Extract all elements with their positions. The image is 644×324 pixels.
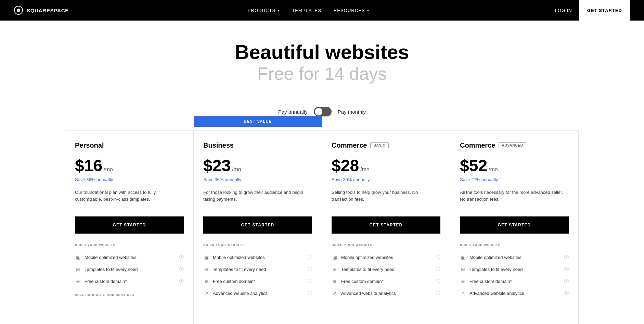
feature-label: Mobile optimized websites [469, 255, 521, 260]
chart-icon: ↗ [332, 290, 338, 296]
feature-item: ⊞ Templates to fit every need ⓘ [203, 263, 312, 275]
price-mo-personal: /mo [104, 166, 113, 173]
plan-commerce-basic: Commerce BASIC $28 /mo Save 30% annually… [322, 130, 450, 324]
plan-name-personal: Personal [75, 141, 184, 149]
price-amount-commerce-basic: $28 [332, 156, 359, 175]
logo-icon [14, 5, 23, 15]
feature-item: ⊕ Free custom domain* ⓘ [332, 275, 440, 287]
feature-section-business: BUILD YOUR WEBSITE [203, 243, 312, 247]
grid-icon: ⊞ [332, 266, 338, 272]
logo[interactable]: SQUARESPACE [14, 5, 69, 15]
get-started-personal[interactable]: GET STARTED [75, 216, 184, 234]
feature-item: ▣ Mobile optimized websites ⓘ [75, 251, 184, 263]
info-icon[interactable]: ⓘ [308, 278, 312, 284]
feature-item: ▣ Mobile optimized websites ⓘ [203, 251, 312, 263]
feature-item: ⊞ Templates to fit every need ⓘ [75, 263, 184, 275]
nav-products[interactable]: PRODUCTS ▾ [248, 8, 280, 13]
login-link[interactable]: LOG IN [548, 8, 579, 13]
nav-resources[interactable]: RESOURCES ▾ [334, 8, 369, 13]
info-icon[interactable]: ⓘ [179, 266, 184, 272]
get-started-commerce-advanced[interactable]: GET STARTED [460, 216, 569, 234]
feature-list-commerce-basic: ▣ Mobile optimized websites ⓘ ⊞ Template… [332, 251, 440, 299]
annual-label: Pay annually [278, 109, 308, 115]
nav-resources-label: RESOURCES [334, 8, 365, 13]
hero-section: Beautiful websites Free for 14 days [0, 21, 644, 95]
get-started-business[interactable]: GET STARTED [203, 216, 312, 234]
globe-icon: ⊕ [203, 278, 209, 284]
plan-save-business: Save 36% annually [203, 177, 312, 182]
info-icon[interactable]: ⓘ [179, 254, 184, 260]
info-icon[interactable]: ⓘ [308, 290, 312, 296]
feature-label: Mobile optimized websites [213, 255, 265, 260]
svg-point-1 [17, 9, 20, 12]
get-started-nav-button[interactable]: GET STARTED [579, 0, 630, 21]
info-icon[interactable]: ⓘ [179, 278, 184, 284]
feature-label: Free custom domain* [85, 279, 127, 284]
price-mo-commerce-advanced: /mo [489, 166, 498, 173]
price-amount-business: $23 [203, 156, 231, 175]
feature-item: ⊕ Free custom domain* ⓘ [460, 275, 569, 287]
nav-templates-label: TEMPLATES [292, 8, 321, 13]
feature-section-personal: BUILD YOUR WEBSITE [75, 243, 184, 247]
chart-icon: ↗ [203, 290, 209, 296]
info-icon[interactable]: ⓘ [436, 278, 440, 284]
feature-list-personal: ▣ Mobile optimized websites ⓘ ⊞ Template… [75, 251, 184, 287]
feature-item: ↗ Advanced website analytics ⓘ [460, 287, 569, 299]
plan-badge-basic: BASIC [370, 142, 388, 148]
info-icon[interactable]: ⓘ [436, 254, 440, 260]
chevron-down-icon: ▾ [367, 9, 369, 12]
info-icon[interactable]: ⓘ [564, 254, 569, 260]
feature-item: ⊞ Templates to fit every need ⓘ [332, 263, 440, 275]
plan-save-commerce-basic: Save 30% annually [332, 177, 440, 182]
plan-save-commerce-advanced: Save 27% annually [460, 177, 569, 182]
toggle-thumb [315, 108, 322, 115]
sell-section-personal: SELL PRODUCTS AND SERVICES [75, 293, 184, 297]
feature-section-commerce-advanced: BUILD YOUR WEBSITE [460, 243, 569, 247]
info-icon[interactable]: ⓘ [564, 290, 569, 296]
desktop-icon: ▣ [460, 254, 466, 260]
plan-name-business: Business [203, 141, 312, 149]
plan-desc-commerce-basic: Selling tools to help grow your business… [332, 189, 440, 208]
nav-products-label: PRODUCTS [248, 8, 275, 13]
feature-label: Free custom domain* [341, 279, 384, 284]
nav-actions: LOG IN GET STARTED [548, 0, 630, 21]
get-started-commerce-basic[interactable]: GET STARTED [332, 216, 440, 234]
feature-item: ⊞ Templates to fit every need ⓘ [460, 263, 569, 275]
monthly-label: Pay monthly [338, 109, 366, 115]
grid-icon: ⊞ [460, 266, 466, 272]
navbar: SQUARESPACE PRODUCTS ▾ TEMPLATES RESOURC… [0, 0, 644, 21]
feature-item: ↗ Advanced website analytics ⓘ [203, 287, 312, 299]
feature-label: Free custom domain* [213, 279, 255, 284]
pricing-grid: BEST VALUE Personal $16 /mo Save 36% ann… [65, 130, 579, 324]
price-amount-commerce-advanced: $52 [460, 156, 487, 175]
price-mo-business: /mo [232, 166, 241, 173]
plan-desc-personal: Our foundational plan with access to ful… [75, 189, 184, 208]
info-icon[interactable]: ⓘ [436, 266, 440, 272]
desktop-icon: ▣ [75, 254, 81, 260]
nav-templates[interactable]: TEMPLATES [292, 8, 321, 13]
feature-item: ▣ Mobile optimized websites ⓘ [460, 251, 569, 263]
globe-icon: ⊕ [460, 278, 466, 284]
grid-icon: ⊞ [75, 266, 81, 272]
info-icon[interactable]: ⓘ [436, 290, 440, 296]
desktop-icon: ▣ [332, 254, 338, 260]
price-mo-commerce-basic: /mo [360, 166, 370, 173]
feature-label: Advanced website analytics [469, 291, 524, 296]
info-icon[interactable]: ⓘ [308, 266, 312, 272]
feature-label: Advanced website analytics [341, 291, 396, 296]
info-icon[interactable]: ⓘ [308, 254, 312, 260]
plan-name-commerce-advanced: Commerce ADVANCED [460, 141, 569, 149]
billing-toggle[interactable] [314, 107, 332, 116]
best-value-banner: BEST VALUE [194, 116, 322, 127]
chevron-down-icon: ▾ [278, 9, 280, 12]
info-icon[interactable]: ⓘ [564, 278, 569, 284]
feature-label: Templates to fit every need [85, 267, 138, 272]
grid-icon: ⊞ [203, 266, 209, 272]
plan-commerce-advanced: Commerce ADVANCED $52 /mo Save 27% annua… [450, 130, 579, 324]
plan-desc-business: For those looking to grow their audience… [203, 189, 312, 208]
feature-label: Free custom domain* [469, 279, 512, 284]
info-icon[interactable]: ⓘ [564, 266, 569, 272]
feature-list-commerce-advanced: ▣ Mobile optimized websites ⓘ ⊞ Template… [460, 251, 569, 299]
hero-title: Beautiful websites [7, 41, 637, 63]
logo-text: SQUARESPACE [27, 8, 69, 13]
